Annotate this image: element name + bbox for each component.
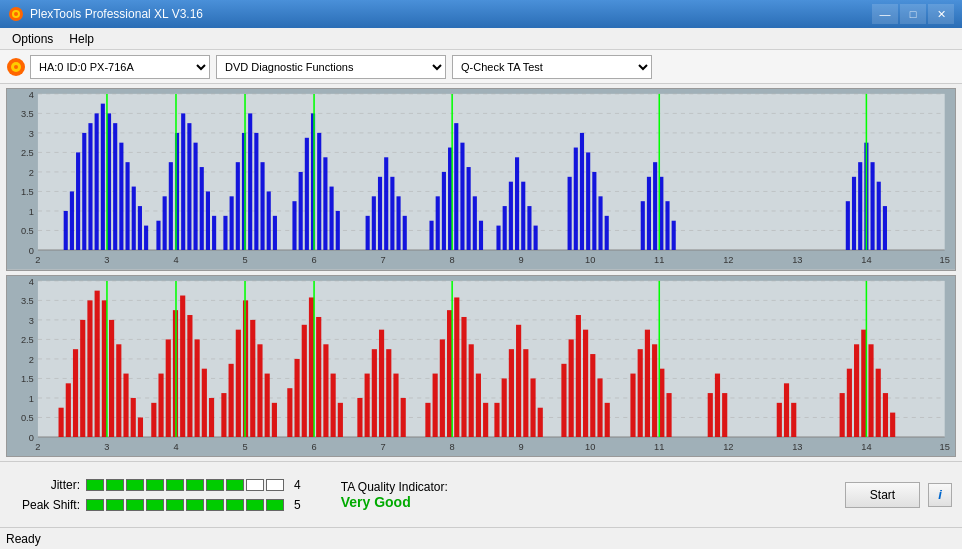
svg-rect-40 <box>64 211 68 250</box>
metrics-section: Jitter: 4 Peak Shift: <box>10 478 301 512</box>
svg-rect-121 <box>871 162 875 250</box>
svg-text:12: 12 <box>723 255 733 265</box>
svg-rect-64 <box>223 216 227 250</box>
drive-select[interactable]: HA:0 ID:0 PX-716A <box>30 55 210 79</box>
svg-rect-46 <box>101 104 105 250</box>
jitter-seg-9 <box>246 479 264 491</box>
svg-rect-73 <box>292 201 296 250</box>
menu-bar: Options Help <box>0 28 962 50</box>
svg-rect-184 <box>202 368 207 436</box>
svg-rect-226 <box>569 339 574 437</box>
svg-rect-188 <box>236 329 241 436</box>
svg-text:11: 11 <box>654 441 664 451</box>
svg-rect-227 <box>576 315 581 437</box>
ps-seg-10 <box>266 499 284 511</box>
svg-rect-71 <box>267 191 271 250</box>
svg-rect-242 <box>784 383 789 437</box>
ps-seg-9 <box>246 499 264 511</box>
svg-rect-241 <box>777 402 782 436</box>
svg-text:1: 1 <box>29 394 34 404</box>
svg-text:2.5: 2.5 <box>21 149 34 159</box>
svg-rect-181 <box>180 295 185 436</box>
svg-rect-210 <box>433 373 438 436</box>
status-bar: Ready <box>0 527 962 549</box>
svg-rect-62 <box>206 191 210 250</box>
title-bar: PlexTools Professional XL V3.16 — □ ✕ <box>0 0 962 28</box>
ps-seg-8 <box>226 499 244 511</box>
svg-text:7: 7 <box>381 255 386 265</box>
svg-rect-223 <box>530 378 535 437</box>
svg-rect-108 <box>592 172 596 250</box>
svg-text:2: 2 <box>29 355 34 365</box>
svg-rect-199 <box>323 344 328 437</box>
svg-rect-75 <box>305 138 309 250</box>
svg-rect-196 <box>302 324 307 436</box>
svg-rect-99 <box>509 182 513 250</box>
svg-rect-83 <box>378 177 382 250</box>
svg-rect-69 <box>254 133 258 250</box>
svg-rect-206 <box>386 349 391 437</box>
minimize-button[interactable]: — <box>872 4 898 24</box>
svg-text:12: 12 <box>723 441 733 451</box>
svg-rect-249 <box>876 368 881 436</box>
svg-rect-245 <box>847 368 852 436</box>
svg-rect-55 <box>163 196 167 250</box>
start-button[interactable]: Start <box>845 482 920 508</box>
svg-rect-54 <box>156 221 160 250</box>
svg-rect-89 <box>436 196 440 250</box>
svg-rect-79 <box>330 187 334 250</box>
svg-rect-176 <box>138 417 143 437</box>
svg-rect-92 <box>454 123 458 250</box>
menu-help[interactable]: Help <box>61 30 102 48</box>
ps-seg-3 <box>126 499 144 511</box>
maximize-button[interactable]: □ <box>900 4 926 24</box>
app-icon <box>8 6 24 22</box>
svg-text:0: 0 <box>29 433 34 443</box>
svg-rect-246 <box>854 344 859 437</box>
svg-rect-72 <box>273 216 277 250</box>
svg-rect-43 <box>82 133 86 250</box>
svg-rect-243 <box>791 402 796 436</box>
jitter-seg-7 <box>206 479 224 491</box>
bottom-chart-svg: 4 3.5 3 2.5 2 1.5 1 0.5 0 2 3 4 5 6 7 8 … <box>7 276 955 457</box>
svg-rect-216 <box>476 373 481 436</box>
svg-text:2: 2 <box>29 168 34 178</box>
test-select[interactable]: Q-Check TA Test <box>452 55 652 79</box>
menu-options[interactable]: Options <box>4 30 61 48</box>
info-panel: Jitter: 4 Peak Shift: <box>0 461 962 527</box>
svg-rect-118 <box>852 177 856 250</box>
close-button[interactable]: ✕ <box>928 4 954 24</box>
svg-text:3: 3 <box>29 129 34 139</box>
svg-rect-85 <box>390 177 394 250</box>
function-select[interactable]: DVD Diagnostic Functions <box>216 55 446 79</box>
svg-rect-96 <box>479 221 483 250</box>
svg-point-2 <box>14 12 18 16</box>
svg-text:10: 10 <box>585 255 595 265</box>
svg-text:2: 2 <box>35 441 40 451</box>
ps-seg-5 <box>166 499 184 511</box>
svg-rect-173 <box>116 344 121 437</box>
svg-rect-185 <box>209 397 214 436</box>
svg-rect-248 <box>868 344 873 437</box>
svg-rect-240 <box>722 393 727 437</box>
svg-rect-51 <box>132 187 136 250</box>
svg-rect-183 <box>195 339 200 437</box>
svg-text:2.5: 2.5 <box>21 335 34 345</box>
svg-rect-111 <box>641 201 645 250</box>
svg-text:13: 13 <box>792 441 802 451</box>
status-text: Ready <box>6 532 41 546</box>
svg-rect-66 <box>236 162 240 250</box>
svg-rect-115 <box>665 201 669 250</box>
jitter-value: 4 <box>294 478 301 492</box>
peakshift-row: Peak Shift: 5 <box>10 498 301 512</box>
svg-rect-49 <box>119 143 123 250</box>
svg-rect-52 <box>138 206 142 250</box>
svg-rect-193 <box>272 402 277 436</box>
svg-rect-204 <box>372 349 377 437</box>
svg-rect-175 <box>131 397 136 436</box>
info-button[interactable]: i <box>928 483 952 507</box>
svg-rect-88 <box>429 221 433 250</box>
svg-rect-122 <box>877 182 881 250</box>
svg-rect-100 <box>515 157 519 250</box>
svg-text:6: 6 <box>311 255 316 265</box>
